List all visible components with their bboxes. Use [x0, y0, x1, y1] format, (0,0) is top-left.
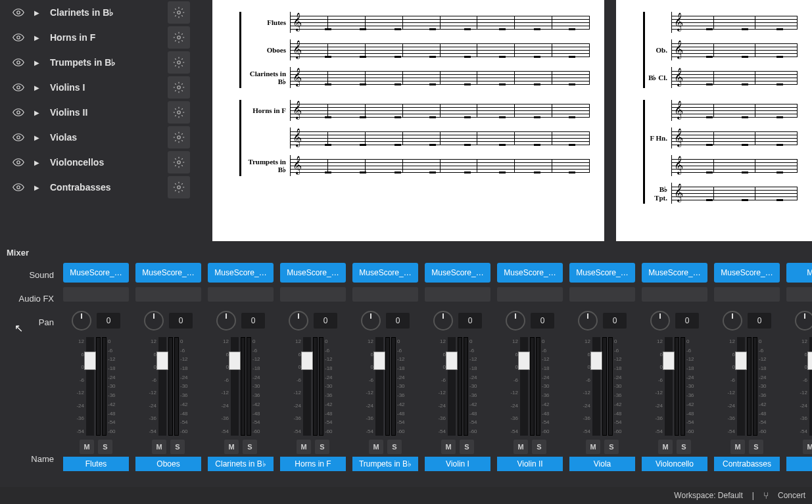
instrument-row[interactable]: ▶Violoncellos	[0, 150, 195, 175]
mute-button[interactable]: M	[803, 440, 812, 454]
pan-knob[interactable]	[506, 311, 525, 331]
tuning-fork-icon[interactable]: ⑂	[763, 490, 769, 501]
visibility-icon[interactable]	[12, 131, 25, 144]
sound-select-button[interactable]: MuseScore_…	[425, 263, 490, 283]
fader-track[interactable]	[520, 337, 528, 436]
visibility-icon[interactable]	[12, 6, 25, 19]
pan-knob[interactable]	[723, 311, 742, 331]
pan-knob[interactable]	[578, 311, 598, 331]
fader-handle[interactable]	[735, 352, 747, 370]
sound-select-button[interactable]: MuseScore_…	[352, 263, 418, 283]
staff[interactable]: 𝄞	[290, 127, 590, 149]
channel-name[interactable]: Viola	[569, 457, 635, 471]
channel-name[interactable]: Violoncello	[642, 457, 707, 471]
staff[interactable]: 𝄞	[290, 100, 590, 121]
audiofx-slot[interactable]	[786, 287, 812, 302]
audiofx-slot[interactable]	[352, 287, 418, 302]
staff[interactable]: 𝄞	[671, 155, 798, 176]
fader-handle[interactable]	[518, 352, 530, 370]
audiofx-slot[interactable]	[63, 287, 129, 302]
instrument-settings-button[interactable]	[168, 101, 190, 124]
fader-handle[interactable]	[590, 352, 602, 370]
fader-handle[interactable]	[156, 352, 168, 370]
pan-value[interactable]: 0	[386, 313, 410, 329]
instrument-settings-button[interactable]	[168, 126, 190, 149]
sound-select-button[interactable]: MuseScore_…	[714, 263, 780, 283]
pan-knob[interactable]	[289, 311, 308, 331]
expand-caret-icon[interactable]: ▶	[34, 9, 41, 16]
fader-track[interactable]	[592, 337, 600, 436]
pan-value[interactable]: 0	[314, 313, 337, 329]
fader-handle[interactable]	[446, 352, 458, 370]
instrument-settings-button[interactable]	[168, 1, 190, 24]
solo-button[interactable]: S	[460, 440, 474, 454]
expand-caret-icon[interactable]: ▶	[34, 109, 41, 116]
audiofx-slot[interactable]	[642, 287, 707, 302]
fader-track[interactable]	[665, 337, 673, 436]
pan-value[interactable]: 0	[241, 313, 265, 329]
fader-track[interactable]	[86, 337, 94, 436]
channel-name[interactable]: Contrabasses	[714, 457, 780, 471]
mute-button[interactable]: M	[224, 440, 239, 454]
fader-handle[interactable]	[301, 352, 313, 370]
fader-track[interactable]	[303, 337, 311, 436]
score-viewport[interactable]: Flutes𝄞Oboes𝄞Clarinets in B♭𝄞 Horns in F…	[195, 0, 812, 241]
sound-select-button[interactable]: MuseScore_…	[135, 263, 201, 283]
audiofx-slot[interactable]	[714, 287, 780, 302]
pan-value[interactable]: 0	[748, 313, 771, 329]
channel-name[interactable]: Trumpets in B♭	[352, 457, 418, 471]
audiofx-slot[interactable]	[425, 287, 490, 302]
fader-handle[interactable]	[229, 352, 241, 370]
sound-select-button[interactable]: MuseScore_…	[280, 263, 346, 283]
mute-button[interactable]: M	[730, 440, 745, 454]
fader-track[interactable]	[375, 337, 383, 436]
staff[interactable]: 𝄞	[290, 12, 590, 33]
pan-value[interactable]: 0	[603, 313, 627, 329]
fader-handle[interactable]	[807, 352, 812, 370]
instrument-settings-button[interactable]	[168, 76, 190, 99]
visibility-icon[interactable]	[12, 31, 25, 44]
solo-button[interactable]: S	[604, 440, 619, 454]
audiofx-slot[interactable]	[497, 287, 563, 302]
mute-button[interactable]: M	[658, 440, 673, 454]
expand-caret-icon[interactable]: ▶	[34, 159, 41, 166]
visibility-icon[interactable]	[12, 56, 25, 69]
audiofx-slot[interactable]	[569, 287, 635, 302]
solo-button[interactable]: S	[170, 440, 185, 454]
mute-button[interactable]: M	[513, 440, 528, 454]
pan-knob[interactable]	[433, 311, 453, 331]
solo-button[interactable]: S	[315, 440, 329, 454]
workspace-selector[interactable]: Workspace: Default	[674, 491, 743, 500]
channel-name[interactable]: Oboes	[135, 457, 201, 471]
pan-value[interactable]: 0	[458, 313, 482, 329]
sound-select-button[interactable]: MuseScore_…	[63, 263, 129, 283]
mute-button[interactable]: M	[586, 440, 600, 454]
solo-button[interactable]: S	[532, 440, 546, 454]
channel-name[interactable]: Horns in F	[280, 457, 346, 471]
mute-button[interactable]: M	[152, 440, 166, 454]
visibility-icon[interactable]	[12, 81, 25, 94]
instrument-row[interactable]: ▶Clarinets in B♭	[0, 0, 195, 25]
pan-knob[interactable]	[650, 311, 670, 331]
mute-button[interactable]: M	[369, 440, 383, 454]
channel-name[interactable]: Clarinets in B♭	[208, 457, 274, 471]
pan-value[interactable]: 0	[169, 313, 193, 329]
channel-name[interactable]: Metr	[786, 457, 812, 471]
pan-knob[interactable]	[795, 311, 812, 331]
staff[interactable]: 𝄞	[671, 127, 798, 149]
expand-caret-icon[interactable]: ▶	[34, 84, 41, 91]
mute-button[interactable]: M	[80, 440, 94, 454]
mute-button[interactable]: M	[441, 440, 456, 454]
channel-name[interactable]: Violin I	[425, 457, 490, 471]
fader-track[interactable]	[448, 337, 456, 436]
instrument-settings-button[interactable]	[168, 26, 190, 49]
visibility-icon[interactable]	[12, 181, 25, 194]
instrument-row[interactable]: ▶Trumpets in B♭	[0, 50, 195, 75]
instrument-row[interactable]: ▶Contrabasses	[0, 175, 195, 200]
fader-track[interactable]	[809, 337, 812, 436]
expand-caret-icon[interactable]: ▶	[34, 184, 41, 191]
audiofx-slot[interactable]	[135, 287, 201, 302]
expand-caret-icon[interactable]: ▶	[34, 59, 41, 66]
expand-caret-icon[interactable]: ▶	[34, 34, 41, 41]
solo-button[interactable]: S	[243, 440, 257, 454]
